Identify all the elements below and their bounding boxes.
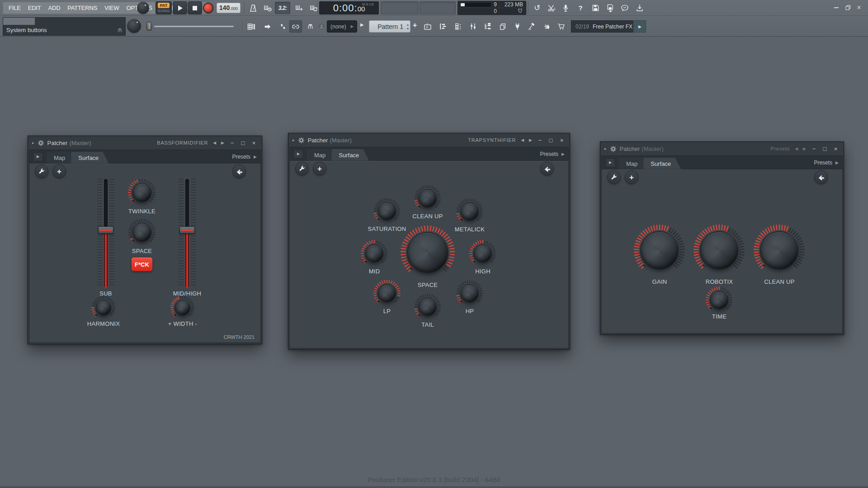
window-close-button[interactable]: × (250, 140, 258, 146)
tab-map[interactable]: Map (307, 149, 335, 161)
pat-song-toggle[interactable]: PAT SONG (156, 1, 172, 14)
save-new-version-button[interactable] (604, 2, 617, 14)
knob-body[interactable] (378, 284, 396, 302)
slice-tool-button[interactable] (545, 2, 558, 14)
menu-file[interactable]: FILE (5, 5, 24, 11)
window-maximize-button[interactable]: □ (239, 140, 247, 146)
feed-hand-button[interactable] (232, 164, 246, 178)
audio-record-button[interactable] (559, 2, 572, 14)
tab-surface[interactable]: Surface (71, 152, 108, 164)
window-titlebar[interactable]: ▸Patcher(Master)BASSFORMIDIFIER◀▶−□× (28, 136, 262, 150)
tab-map[interactable]: Map (619, 158, 647, 169)
feed-hand-button[interactable] (540, 162, 554, 175)
pattern-selector[interactable]: Pattern 1 ▴▾ (369, 20, 410, 33)
loop-record-button[interactable] (307, 2, 320, 14)
slider-mid-high[interactable] (177, 176, 197, 290)
song-progress-panel[interactable] (420, 1, 456, 14)
knob-saturation[interactable] (373, 197, 401, 225)
knob-body[interactable] (461, 202, 479, 221)
knob-mid[interactable] (360, 239, 389, 268)
knob-clean-up[interactable] (753, 224, 806, 277)
slider-sub[interactable] (96, 176, 116, 290)
slide-notes-button[interactable] (277, 20, 289, 33)
tempo-display[interactable]: 140.000 (217, 3, 241, 13)
feed-hand-button[interactable] (814, 170, 828, 184)
knob-body[interactable] (175, 300, 190, 315)
knob-body[interactable] (132, 223, 151, 242)
mixer-button[interactable] (467, 20, 479, 33)
add-pattern-button[interactable]: + (413, 22, 417, 29)
wrench-button[interactable] (35, 164, 48, 178)
tab-menu-arrow-icon[interactable]: ▶ (293, 150, 303, 159)
wrench-button[interactable] (607, 170, 621, 184)
preset-next-icon[interactable]: ▶ (220, 141, 225, 145)
next-step-button[interactable] (261, 20, 274, 33)
knob-space[interactable] (400, 225, 455, 280)
countdown-button[interactable]: 3.2: (275, 2, 290, 14)
preset-name[interactable]: Presets (770, 146, 790, 151)
play-button[interactable] (173, 1, 187, 14)
knob-body[interactable] (474, 244, 492, 263)
stop-button[interactable] (188, 1, 202, 14)
browser-button[interactable] (481, 20, 494, 33)
pattern-spinner-icon[interactable]: ▴▾ (407, 23, 409, 31)
add-module-button[interactable]: + (313, 162, 326, 175)
preset-prev-icon[interactable]: ◀ (212, 141, 217, 145)
typing-keyboard-button[interactable] (293, 2, 306, 14)
tab-menu-arrow-icon[interactable]: ▶ (33, 152, 43, 161)
knob-lp[interactable] (373, 279, 401, 308)
plugin-preset-selector[interactable]: 02/19 Free Patcher FX (571, 20, 633, 33)
button-f-ck[interactable]: F*CK (132, 258, 152, 271)
slider-thumb[interactable] (98, 226, 113, 234)
knob-space[interactable] (127, 217, 157, 247)
typing-link-button[interactable] (289, 20, 302, 33)
preset-name[interactable]: BASSFORMIDIFIER (157, 140, 208, 145)
window-titlebar[interactable]: ▸Patcher(Master)TRAPSYNTHIFIER◀▶−□× (288, 133, 570, 147)
knob-harmonix[interactable] (90, 295, 117, 321)
master-pitch-slider-track[interactable] (154, 26, 234, 27)
menu-edit[interactable]: EDIT (24, 5, 45, 11)
add-module-button[interactable]: + (52, 164, 66, 178)
knob-high[interactable] (468, 239, 497, 268)
master-pitch-slider-thumb[interactable] (146, 22, 152, 31)
menu-view[interactable]: VIEW (101, 5, 123, 11)
knob-gain[interactable] (633, 224, 686, 277)
window-minimize-button[interactable]: − (536, 137, 544, 144)
preset-name[interactable]: TRAPSYNTHIFIER (468, 137, 516, 143)
knob-tail[interactable] (413, 292, 442, 321)
knob-body[interactable] (419, 298, 437, 316)
playlist-button[interactable] (421, 20, 434, 33)
window-maximize-button[interactable]: □ (821, 145, 829, 152)
window-minimize-button[interactable]: − (228, 140, 236, 146)
record-button[interactable] (203, 3, 213, 13)
window-minimize-button[interactable]: − (810, 145, 818, 152)
preset-prev-icon[interactable]: ◀ (794, 146, 799, 151)
knob-body[interactable] (641, 231, 679, 269)
menu-patterns[interactable]: PATTERNS (64, 5, 101, 11)
controller-link-button[interactable] (304, 20, 316, 33)
wrench-button[interactable] (295, 162, 309, 175)
feedback-button[interactable] (618, 2, 631, 14)
knob-body[interactable] (419, 189, 437, 207)
app-minimize-button[interactable] (832, 4, 841, 12)
knob-body[interactable] (378, 202, 396, 220)
tab-menu-arrow-icon[interactable]: ▶ (605, 158, 615, 167)
plugin-picker-button[interactable] (511, 20, 524, 33)
clone-button[interactable] (496, 20, 509, 33)
window-close-button[interactable]: × (558, 137, 566, 144)
knob-body[interactable] (700, 231, 738, 269)
pattern-progress-panel[interactable] (381, 1, 419, 14)
channel-rack-button[interactable] (452, 20, 465, 33)
preset-next-icon[interactable]: ▶ (528, 138, 533, 142)
app-restore-button[interactable] (844, 4, 853, 12)
knob-time[interactable] (705, 286, 734, 314)
presets-button[interactable]: Presets ▶ (232, 154, 257, 160)
tools-button[interactable] (525, 20, 538, 33)
save-button[interactable] (589, 2, 602, 14)
metronome-button[interactable] (247, 2, 259, 14)
knob-body[interactable] (132, 183, 151, 202)
touch-controller-button[interactable] (540, 20, 552, 33)
piano-roll-button[interactable] (436, 20, 449, 33)
menu-add[interactable]: ADD (44, 5, 64, 11)
export-button[interactable] (633, 2, 646, 14)
